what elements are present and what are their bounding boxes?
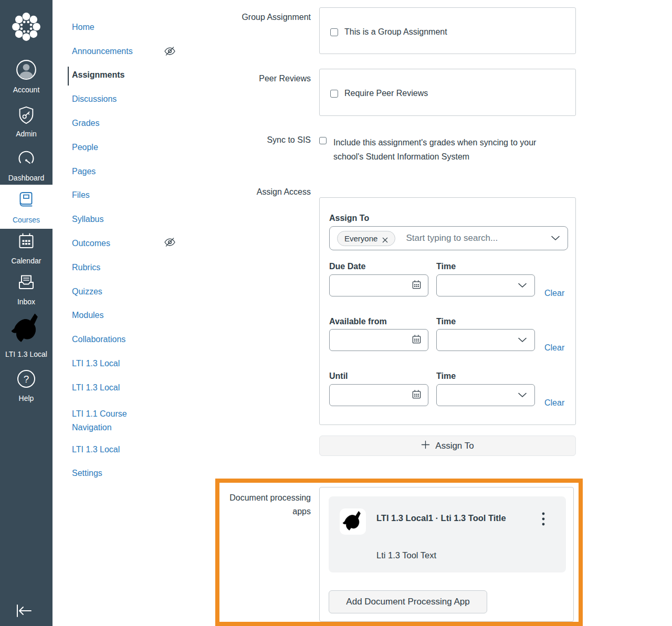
assign-to-search-input[interactable]: [406, 233, 540, 243]
available-from-label: Available from: [329, 317, 387, 326]
course-nav-announcements[interactable]: Announcements: [72, 47, 133, 56]
course-nav-modules[interactable]: Modules: [72, 311, 103, 320]
peer-reviews-checkbox[interactable]: [330, 90, 338, 98]
add-assign-to-button-label: Assign To: [435, 441, 474, 451]
chevron-down-icon[interactable]: [551, 234, 560, 243]
hidden-eye-icon: [164, 237, 176, 247]
due-clear-link[interactable]: Clear: [544, 289, 564, 298]
sidebar-item-label: Calendar: [12, 257, 41, 265]
lti-app-text: Lti 1.3 Tool Text: [376, 550, 436, 560]
course-nav-grades[interactable]: Grades: [72, 119, 99, 128]
document-processing-apps-label: Document processing apps: [219, 491, 311, 518]
sync-to-sis-checkbox[interactable]: [319, 137, 327, 144]
time-label: Time: [436, 372, 456, 381]
course-nav-assignments[interactable]: Assignments: [72, 70, 124, 80]
admin-shield-icon: [16, 105, 36, 127]
chevron-down-icon: [518, 335, 527, 345]
unicorn-icon: [340, 508, 366, 535]
course-nav-discussions[interactable]: Discussions: [72, 94, 117, 104]
sidebar-item-account[interactable]: Account: [0, 59, 52, 94]
chevron-down-icon: [518, 390, 527, 400]
calendar-icon[interactable]: [412, 334, 422, 346]
available-from-input[interactable]: [329, 329, 428, 351]
group-assignment-box: This is a Group Assignment: [319, 7, 576, 54]
due-date-input[interactable]: [329, 274, 428, 296]
sidebar-item-inbox[interactable]: Inbox: [0, 272, 52, 306]
calendar-icon[interactable]: [412, 280, 422, 292]
course-nav-pages[interactable]: Pages: [72, 167, 96, 176]
sidebar-item-label: Courses: [13, 216, 40, 224]
sidebar-item-label: Help: [19, 394, 34, 402]
group-assignment-label: Group Assignment: [242, 13, 311, 22]
until-time-select[interactable]: [436, 384, 535, 406]
until-label: Until: [329, 372, 348, 381]
assign-access-box: Assign To Everyone Due Date Time: [319, 197, 576, 425]
kebab-menu-icon[interactable]: [538, 512, 549, 526]
due-date-label: Due Date: [329, 262, 365, 271]
course-nav-files[interactable]: Files: [72, 190, 90, 200]
course-nav-settings[interactable]: Settings: [72, 469, 102, 478]
sidebar-item-label: LTI 1.3 Local: [5, 350, 47, 358]
group-assignment-checkbox-label: This is a Group Assignment: [344, 27, 447, 37]
canvas-assignment-edit-page: Account Admin Dashboard: [0, 0, 672, 626]
course-nav-syllabus[interactable]: Syllabus: [72, 215, 103, 224]
plus-icon: [421, 440, 430, 452]
canvas-logo-icon[interactable]: [11, 12, 41, 42]
lti-app-title: LTI 1.3 Local1 · Lti 1.3 Tool Title: [376, 510, 534, 526]
chevron-down-icon: [518, 281, 527, 290]
active-item-indicator: [68, 67, 69, 86]
hidden-eye-icon: [164, 46, 176, 56]
time-label: Time: [436, 262, 456, 271]
course-nav-lti13-1[interactable]: LTI 1.3 Local: [72, 359, 120, 368]
sidebar-item-label: Dashboard: [8, 174, 45, 182]
collapse-nav-icon[interactable]: [14, 602, 35, 619]
peer-reviews-label: Peer Reviews: [259, 74, 311, 83]
sidebar-item-lti-13-local[interactable]: LTI 1.3 Local: [0, 313, 52, 358]
available-clear-link[interactable]: Clear: [544, 343, 564, 353]
sidebar-item-dashboard[interactable]: Dashboard: [0, 148, 52, 182]
sidebar-item-calendar[interactable]: Calendar: [0, 231, 52, 265]
unicorn-icon: [10, 313, 43, 347]
due-time-select[interactable]: [436, 274, 535, 296]
sidebar-item-help[interactable]: ? Help: [0, 368, 52, 402]
document-processing-card: LTI 1.3 Local1 · Lti 1.3 Tool Title Lti …: [319, 487, 574, 622]
global-nav: Account Admin Dashboard: [0, 0, 52, 626]
add-assign-to-button[interactable]: Assign To: [319, 436, 576, 456]
dashboard-gauge-icon: [16, 148, 37, 171]
until-clear-link[interactable]: Clear: [544, 398, 564, 408]
course-nav-lti13-3[interactable]: LTI 1.3 Local: [72, 445, 120, 454]
course-nav-rubrics[interactable]: Rubrics: [72, 263, 100, 272]
add-document-processing-app-button[interactable]: Add Document Processing App: [329, 590, 487, 613]
course-nav-outcomes[interactable]: Outcomes: [72, 239, 110, 248]
svg-text:?: ?: [24, 374, 29, 385]
remove-tag-icon[interactable]: [382, 236, 388, 241]
assign-to-heading: Assign To: [329, 214, 369, 223]
peer-reviews-box: Require Peer Reviews: [319, 69, 576, 116]
everyone-tag-label: Everyone: [344, 234, 377, 243]
courses-book-icon: [16, 190, 37, 213]
group-assignment-checkbox[interactable]: [330, 28, 338, 36]
everyone-tag[interactable]: Everyone: [337, 231, 395, 246]
course-nav-collaborations[interactable]: Collaborations: [72, 335, 125, 344]
lti-app-row: LTI 1.3 Local1 · Lti 1.3 Tool Title Lti …: [329, 496, 566, 572]
sync-to-sis-checkbox-label: Include this assignment's grades when sy…: [333, 135, 554, 164]
course-nav-people[interactable]: People: [72, 143, 98, 152]
calendar-icon[interactable]: [412, 389, 422, 401]
until-input[interactable]: [329, 384, 428, 406]
assign-to-combobox[interactable]: Everyone: [329, 226, 568, 250]
add-document-processing-app-label: Add Document Processing App: [346, 597, 469, 607]
course-nav-lti11-course-navigation[interactable]: LTI 1.1 Course Navigation: [72, 407, 145, 434]
available-time-select[interactable]: [436, 329, 535, 351]
inbox-icon: [16, 272, 37, 295]
sidebar-item-label: Inbox: [17, 298, 35, 306]
sidebar-item-admin[interactable]: Admin: [0, 105, 52, 138]
sidebar-item-courses[interactable]: Courses: [0, 185, 52, 229]
course-nav-lti13-2[interactable]: LTI 1.3 Local: [72, 383, 120, 392]
help-icon: ?: [16, 368, 37, 391]
course-nav-home[interactable]: Home: [72, 23, 94, 32]
assign-access-label: Assign Access: [257, 187, 311, 197]
sidebar-item-label: Account: [13, 86, 40, 94]
course-nav-quizzes[interactable]: Quizzes: [72, 287, 102, 296]
account-icon: [15, 59, 37, 83]
peer-reviews-checkbox-label: Require Peer Reviews: [344, 89, 428, 98]
